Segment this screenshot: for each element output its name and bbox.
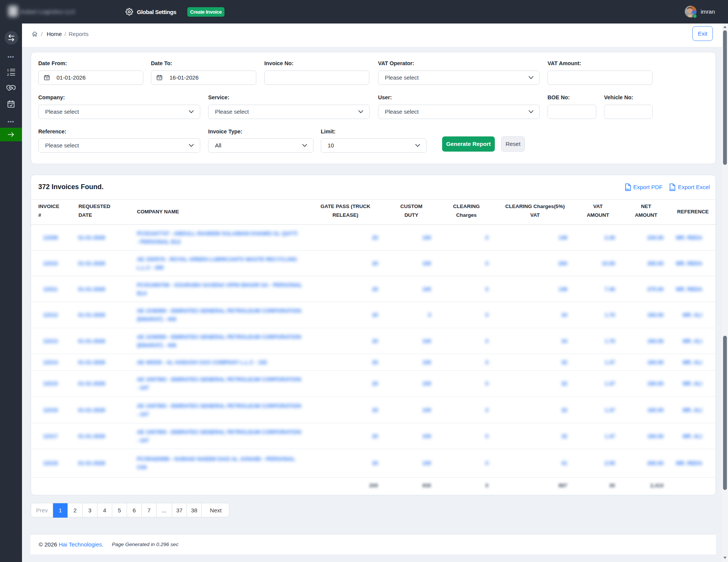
svg-text:PDF: PDF [625, 188, 630, 191]
svg-text:CSV: CSV [670, 188, 674, 191]
svg-text:1: 1 [7, 68, 9, 72]
svg-text:31: 31 [158, 77, 161, 80]
svg-text:31: 31 [46, 77, 48, 80]
svg-text:2: 2 [7, 73, 9, 77]
